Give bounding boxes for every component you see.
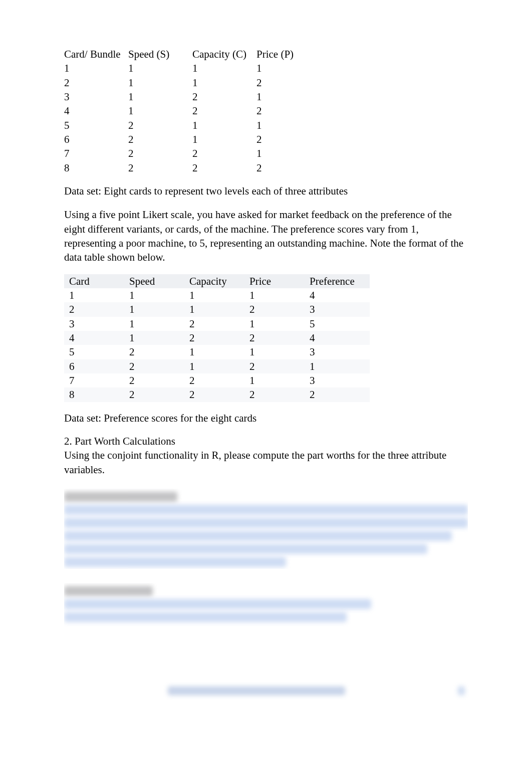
col-capacity: Capacity (C): [192, 47, 256, 61]
table-cell: 2: [256, 104, 297, 118]
table-cell: 4: [64, 104, 128, 118]
table-cell: 1: [192, 61, 256, 75]
col-speed: Speed: [129, 274, 189, 288]
table-cell: 1: [128, 90, 192, 104]
table-row: 21123: [64, 302, 370, 316]
table-cell: 2: [129, 373, 189, 387]
table-row: 1111: [64, 61, 297, 75]
table-cell: 8: [64, 161, 128, 175]
table2-caption: Data set: Preference scores for the eigh…: [64, 411, 468, 425]
table-cell: 1: [189, 345, 249, 359]
obscured-page-number: [458, 683, 468, 692]
table-cell: 1: [129, 302, 189, 316]
obscured-footer-text: [64, 683, 449, 692]
col-capacity: Capacity: [189, 274, 249, 288]
table-cell: 2: [129, 359, 189, 373]
table-cell: 1: [189, 302, 249, 316]
table-preference-scores: Card Speed Capacity Price Preference 111…: [64, 274, 370, 402]
table-cell: 1: [256, 61, 297, 75]
col-speed: Speed (S): [128, 47, 192, 61]
table-cell: 2: [310, 387, 370, 402]
table-row: 4122: [64, 104, 297, 118]
table-cell: 1: [256, 90, 297, 104]
obscured-paragraph-2: [64, 583, 468, 628]
obscured-paragraph-1: [64, 489, 468, 569]
paragraph-likert-intro: Using a five point Likert scale, you hav…: [64, 208, 468, 264]
table-cell: 2: [249, 359, 310, 373]
table-row: 52113: [64, 345, 370, 359]
table-cell: 2: [256, 76, 297, 90]
table-cell: 2: [189, 317, 249, 331]
section-part-worth: 2. Part Worth Calculations Using the con…: [64, 434, 468, 477]
table-cell: 3: [310, 373, 370, 387]
table-cell: 1: [128, 76, 192, 90]
table-row: 11114: [64, 288, 370, 302]
table-header-row: Card/ Bundle Speed (S) Capacity (C) Pric…: [64, 47, 297, 61]
table-cell: 1: [249, 373, 310, 387]
table-cell: 2: [256, 132, 297, 146]
table-cell: 2: [129, 387, 189, 402]
page-footer: [64, 681, 468, 695]
table-cell: 5: [64, 345, 129, 359]
table-cards-attributes: Card/ Bundle Speed (S) Capacity (C) Pric…: [64, 47, 297, 175]
col-price: Price: [249, 274, 310, 288]
table-cell: 2: [192, 161, 256, 175]
table-cell: 2: [192, 104, 256, 118]
table-cell: 3: [310, 302, 370, 316]
table-cell: 2: [256, 161, 297, 175]
table-cell: 7: [64, 373, 129, 387]
table-row: 72213: [64, 373, 370, 387]
table-cell: 7: [64, 146, 128, 160]
table-cell: 4: [64, 331, 129, 345]
table-row: 41224: [64, 331, 370, 345]
table-cell: 1: [129, 317, 189, 331]
table-cell: 1: [249, 288, 310, 302]
table-row: 7221: [64, 146, 297, 160]
table-row: 5211: [64, 118, 297, 132]
table-cell: 5: [310, 317, 370, 331]
table-cell: 1: [189, 288, 249, 302]
col-price: Price (P): [256, 47, 297, 61]
table-cell: 2: [128, 146, 192, 160]
table-cell: 1: [192, 132, 256, 146]
table-cell: 2: [189, 387, 249, 402]
table-cell: 4: [310, 288, 370, 302]
table-row: 3121: [64, 90, 297, 104]
table-cell: 3: [64, 317, 129, 331]
table-cell: 1: [64, 61, 128, 75]
table-cell: 1: [256, 146, 297, 160]
table-cell: 6: [64, 359, 129, 373]
table-cell: 8: [64, 387, 129, 402]
table-row: 62121: [64, 359, 370, 373]
table-cell: 2: [128, 161, 192, 175]
table-cell: 2: [192, 146, 256, 160]
heading-part-worth: 2. Part Worth Calculations: [64, 434, 468, 448]
table-cell: 3: [310, 345, 370, 359]
table-cell: 2: [189, 331, 249, 345]
table-cell: 1: [310, 359, 370, 373]
table-row: 31215: [64, 317, 370, 331]
table-cell: 1: [192, 118, 256, 132]
table-cell: 2: [128, 118, 192, 132]
table-cell: 2: [64, 302, 129, 316]
table-cell: 1: [128, 104, 192, 118]
table-cell: 2: [249, 302, 310, 316]
table-cell: 4: [310, 331, 370, 345]
table-cell: 1: [128, 61, 192, 75]
col-card: Card: [64, 274, 129, 288]
table-cell: 2: [192, 90, 256, 104]
table-cell: 2: [64, 76, 128, 90]
table-cell: 1: [129, 288, 189, 302]
table-cell: 1: [189, 359, 249, 373]
table-cell: 2: [129, 345, 189, 359]
table-cell: 1: [129, 331, 189, 345]
table-cell: 1: [249, 345, 310, 359]
table-cell: 1: [192, 76, 256, 90]
table-cell: 3: [64, 90, 128, 104]
table-row: 2112: [64, 76, 297, 90]
paragraph-part-worth: Using the conjoint functionality in R, p…: [64, 448, 468, 477]
table-row: 8222: [64, 161, 297, 175]
table-row: 82222: [64, 387, 370, 402]
table1-caption: Data set: Eight cards to represent two l…: [64, 184, 468, 198]
table-cell: 2: [249, 331, 310, 345]
